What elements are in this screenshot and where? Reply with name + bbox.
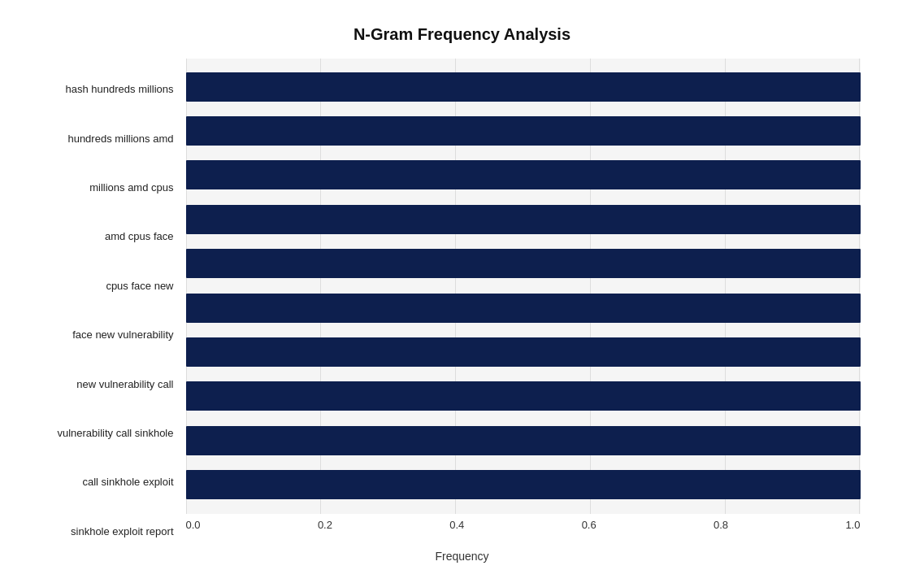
x-tick-4: 0.8 xyxy=(714,519,728,531)
bar-row-0 xyxy=(186,68,861,106)
y-label-2: millions amd cpus xyxy=(20,168,182,206)
y-axis: hash hundreds millionshundreds millions … xyxy=(20,59,182,563)
x-tick-2: 0.4 xyxy=(449,519,464,531)
bar-4 xyxy=(186,249,861,278)
bar-9 xyxy=(186,470,861,499)
bar-row-3 xyxy=(186,201,861,238)
y-label-9: sinkhole exploit report xyxy=(20,512,182,550)
y-label-1: hundreds millions amd xyxy=(20,120,182,157)
x-axis: 0.00.20.40.60.81.0 xyxy=(186,519,861,543)
bar-row-9 xyxy=(186,466,861,503)
y-label-7: vulnerability call sinkhole xyxy=(20,414,182,451)
bars-wrapper xyxy=(186,59,861,514)
x-tick-1: 0.2 xyxy=(318,519,332,531)
y-label-4: cpus face new xyxy=(20,267,182,304)
y-label-3: amd cpus face xyxy=(20,218,182,255)
bar-row-8 xyxy=(186,422,861,459)
bar-6 xyxy=(186,337,861,367)
bar-1 xyxy=(186,116,861,146)
bar-row-2 xyxy=(186,156,861,194)
bar-row-5 xyxy=(186,289,861,327)
bar-row-6 xyxy=(186,333,861,371)
x-tick-3: 0.6 xyxy=(582,519,596,531)
bar-3 xyxy=(186,205,861,234)
y-label-0: hash hundreds millions xyxy=(20,71,182,108)
y-label-8: call sinkhole exploit xyxy=(20,463,182,501)
x-tick-0: 0.0 xyxy=(186,519,201,531)
y-label-5: face new vulnerability xyxy=(20,316,182,354)
bar-row-7 xyxy=(186,377,861,415)
x-axis-label: Frequency xyxy=(64,550,861,563)
bar-2 xyxy=(186,160,861,189)
chart-area xyxy=(186,59,861,514)
bar-5 xyxy=(186,294,861,323)
chart-container: N-Gram Frequency Analysis hash hundreds … xyxy=(15,9,909,562)
bar-0 xyxy=(186,72,861,102)
bar-7 xyxy=(186,381,861,411)
bar-8 xyxy=(186,426,861,455)
bar-row-1 xyxy=(186,112,861,150)
x-tick-5: 1.0 xyxy=(845,519,860,531)
bar-row-4 xyxy=(186,245,861,282)
chart-title: N-Gram Frequency Analysis xyxy=(64,25,861,44)
y-label-6: new vulnerability call xyxy=(20,365,182,402)
